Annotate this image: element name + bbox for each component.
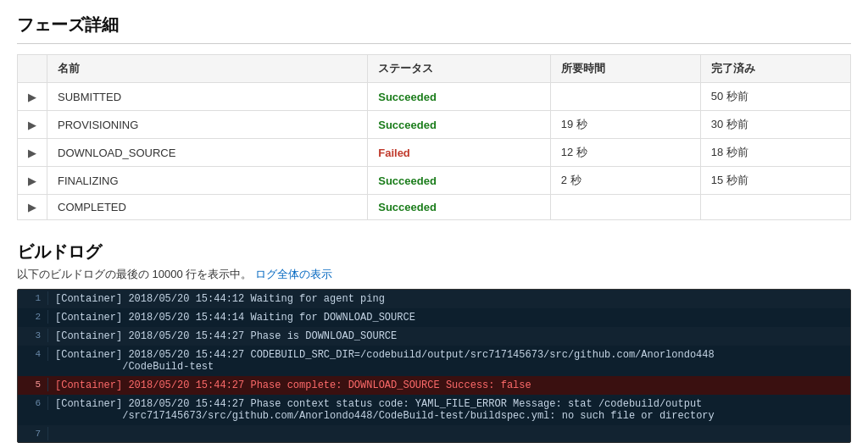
log-line: 1[Container] 2018/05/20 15:44:12 Waiting… — [18, 290, 850, 308]
log-line-number: 4 — [18, 347, 48, 361]
phase-table: 名前 ステータス 所要時間 完了済み ▶SUBMITTEDSucceeded50… — [17, 54, 851, 220]
table-row: ▶COMPLETEDSucceeded — [18, 195, 851, 220]
phase-completed: 15 秒前 — [700, 167, 850, 195]
log-line: 5[Container] 2018/05/20 15:44:27 Phase c… — [18, 376, 850, 395]
expand-arrow[interactable]: ▶ — [18, 111, 47, 139]
col-header-name: 名前 — [47, 55, 368, 83]
log-line-text: [Container] 2018/05/20 15:44:14 Waiting … — [48, 310, 850, 325]
phase-completed: 50 秒前 — [700, 83, 850, 111]
phase-completed — [700, 195, 850, 220]
phase-duration: 19 秒 — [550, 111, 700, 139]
log-line: 2[Container] 2018/05/20 15:44:14 Waiting… — [18, 308, 850, 327]
view-full-log-link[interactable]: ログ全体の表示 — [255, 268, 332, 280]
log-line-number: 6 — [18, 396, 48, 410]
log-container: 1[Container] 2018/05/20 15:44:12 Waiting… — [17, 289, 851, 443]
table-row: ▶PROVISIONINGSucceeded19 秒30 秒前 — [18, 111, 851, 139]
expand-arrow[interactable]: ▶ — [18, 195, 47, 220]
log-line: 6[Container] 2018/05/20 15:44:27 Phase c… — [18, 395, 850, 425]
log-line-text: [Container] 2018/05/20 15:44:27 Phase co… — [48, 396, 850, 424]
log-line-number: 7 — [18, 427, 48, 440]
phase-section-title: フェーズ詳細 — [17, 14, 851, 36]
col-header-completed: 完了済み — [700, 55, 850, 83]
phase-name: FINALIZING — [47, 167, 368, 195]
log-line-number: 1 — [18, 291, 48, 305]
expand-arrow[interactable]: ▶ — [18, 167, 47, 195]
build-log-desc: 以下のビルドログの最後の 10000 行を表示中。 ログ全体の表示 — [17, 267, 851, 282]
phase-status: Succeeded — [368, 195, 550, 220]
log-line-text: [Container] 2018/05/20 15:44:27 CODEBUIL… — [48, 347, 850, 374]
log-line: 7 — [18, 425, 850, 442]
log-line-text — [48, 427, 850, 430]
phase-duration — [550, 83, 700, 111]
log-line-text: [Container] 2018/05/20 15:44:27 Phase co… — [48, 378, 850, 393]
log-line-number: 5 — [18, 378, 48, 391]
phase-status: Succeeded — [368, 111, 550, 139]
table-row: ▶DOWNLOAD_SOURCEFailed12 秒18 秒前 — [18, 139, 851, 167]
col-header-expand — [18, 55, 47, 83]
log-line-number: 3 — [18, 329, 48, 342]
phase-status: Succeeded — [368, 83, 550, 111]
col-header-status: ステータス — [368, 55, 550, 83]
build-log-section: ビルドログ 以下のビルドログの最後の 10000 行を表示中。 ログ全体の表示 … — [17, 241, 851, 443]
phase-completed: 18 秒前 — [700, 139, 850, 167]
phase-name: COMPLETED — [47, 195, 368, 220]
phase-status: Succeeded — [368, 167, 550, 195]
log-line-text: [Container] 2018/05/20 15:44:27 Phase is… — [48, 329, 850, 344]
expand-arrow[interactable]: ▶ — [18, 139, 47, 167]
phase-status: Failed — [368, 139, 550, 167]
expand-arrow[interactable]: ▶ — [18, 83, 47, 111]
phase-name: DOWNLOAD_SOURCE — [47, 139, 368, 167]
phase-duration: 12 秒 — [550, 139, 700, 167]
phase-name: SUBMITTED — [47, 83, 368, 111]
log-line-text: [Container] 2018/05/20 15:44:12 Waiting … — [48, 291, 850, 307]
log-line: 4[Container] 2018/05/20 15:44:27 CODEBUI… — [18, 346, 850, 376]
build-log-title: ビルドログ — [17, 241, 851, 263]
log-line-number: 2 — [18, 310, 48, 324]
phase-completed: 30 秒前 — [700, 111, 850, 139]
table-row: ▶FINALIZINGSucceeded2 秒15 秒前 — [18, 167, 851, 195]
table-row: ▶SUBMITTEDSucceeded50 秒前 — [18, 83, 851, 111]
phase-duration: 2 秒 — [550, 167, 700, 195]
col-header-duration: 所要時間 — [550, 55, 700, 83]
log-line: 3[Container] 2018/05/20 15:44:27 Phase i… — [18, 327, 850, 346]
phase-duration — [550, 195, 700, 220]
phase-name: PROVISIONING — [47, 111, 368, 139]
